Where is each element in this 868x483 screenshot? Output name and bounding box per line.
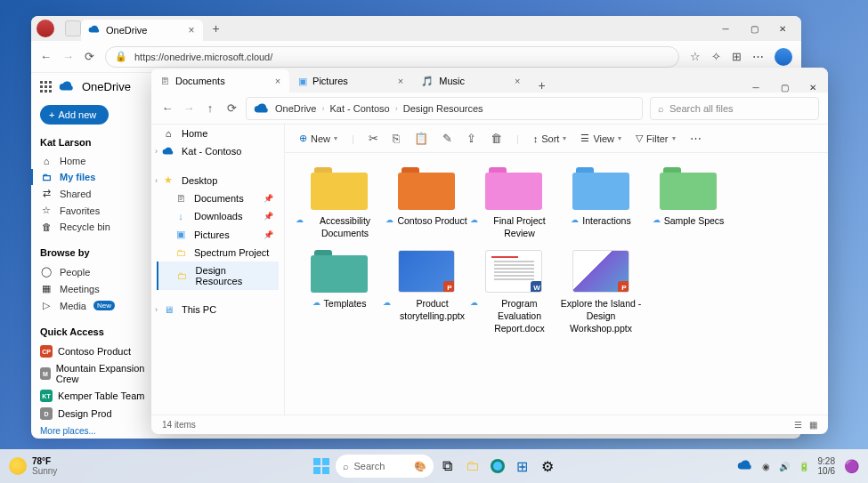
sidebar-item-media[interactable]: ▷MediaNew: [40, 297, 151, 314]
start-button[interactable]: [311, 455, 332, 477]
folder-item[interactable]: ☁Final Project Review: [470, 167, 557, 239]
tab-close-icon[interactable]: ×: [275, 76, 280, 86]
icons-view-icon[interactable]: ▦: [809, 420, 817, 430]
breadcrumb-segment[interactable]: Design Resources: [403, 103, 483, 114]
share-icon[interactable]: ⇪: [466, 132, 476, 145]
pin-icon[interactable]: 📌: [264, 212, 273, 221]
folder-item[interactable]: ☁Sample Specs: [645, 167, 732, 239]
store-taskbar-icon[interactable]: ⊞: [512, 455, 533, 477]
nav-item-home[interactable]: ⌂Home: [157, 125, 279, 142]
details-view-icon[interactable]: ☰: [794, 420, 802, 430]
filter-button[interactable]: ▽Filter▾: [636, 133, 675, 144]
explorer-tab[interactable]: ▣Pictures×: [289, 69, 412, 93]
tab-close-icon[interactable]: ×: [398, 76, 403, 86]
quick-access-item[interactable]: DDesign Prod: [40, 405, 151, 423]
sidebar-item-meetings[interactable]: ▦Meetings: [40, 280, 151, 297]
nav-item-this-pc[interactable]: ›🖥This PC: [157, 301, 279, 318]
forward-button[interactable]: →: [62, 50, 74, 63]
quick-access-item[interactable]: MMountain Expansion Crew: [40, 360, 151, 387]
clock[interactable]: 9:28 10/6: [818, 456, 835, 476]
browser-account-avatar[interactable]: [775, 48, 792, 66]
sidebar-item-home[interactable]: ⌂Home: [40, 153, 151, 169]
explorer-tab[interactable]: 🖹Documents×: [151, 69, 289, 93]
favorites-icon[interactable]: ☆: [690, 50, 701, 63]
browser-profile-avatar[interactable]: [37, 20, 54, 37]
breadcrumb[interactable]: OneDrive› Kat - Contoso› Design Resource…: [246, 97, 643, 120]
rename-icon[interactable]: ✎: [442, 132, 452, 145]
pin-icon[interactable]: 📌: [264, 230, 273, 239]
file-item[interactable]: PExplore the Island - Design Workshop.pp…: [557, 250, 645, 334]
quick-access-item[interactable]: CPContoso Product: [40, 342, 151, 360]
chevron-right-icon[interactable]: ›: [155, 305, 158, 314]
nav-item-spectrum[interactable]: 🗀Spectrum Project: [157, 244, 279, 262]
onedrive-tray-icon[interactable]: [737, 460, 753, 472]
taskbar-search[interactable]: ⌕Search🎨: [336, 455, 434, 478]
sort-button[interactable]: ↕Sort▾: [533, 133, 567, 144]
folder-item[interactable]: ☁Templates: [296, 250, 383, 334]
explorer-content[interactable]: ☁Accessibility Documents☁Contoso Product…: [285, 153, 828, 415]
file-item[interactable]: P☁Product storytelling.pptx: [383, 250, 470, 334]
copilot-icon[interactable]: 🟣: [844, 459, 859, 473]
chevron-right-icon[interactable]: ›: [155, 176, 158, 185]
explorer-tab[interactable]: 🎵Music×: [412, 69, 529, 93]
app-launcher-icon[interactable]: [40, 81, 52, 93]
more-icon[interactable]: ⋯: [752, 50, 764, 63]
paste-icon[interactable]: 📋: [414, 132, 428, 145]
refresh-button[interactable]: ⟳: [85, 50, 94, 63]
folder-item[interactable]: ☁Contoso Product: [383, 167, 470, 239]
folder-item[interactable]: ☁Accessibility Documents: [296, 167, 383, 239]
nav-item-documents[interactable]: 🖹Documents📌: [157, 189, 279, 207]
back-button[interactable]: ←: [160, 101, 174, 115]
view-button[interactable]: ☰View▾: [580, 133, 621, 144]
sidebar-item-recycle[interactable]: 🗑Recycle bin: [40, 219, 151, 235]
copy-icon[interactable]: ⎘: [393, 132, 400, 145]
tab-close-icon[interactable]: ×: [188, 24, 194, 36]
minimize-button[interactable]: ─: [718, 24, 734, 34]
nav-item-design-resources[interactable]: 🗀Design Resources: [157, 262, 279, 290]
nav-item-pictures[interactable]: ▣Pictures📌: [157, 225, 279, 244]
more-places-link[interactable]: More places...: [40, 426, 151, 436]
weather-widget[interactable]: 78°F Sunny: [9, 456, 57, 476]
collections-icon[interactable]: ✧: [711, 50, 721, 63]
chevron-right-icon[interactable]: ›: [155, 147, 158, 156]
forward-button[interactable]: →: [182, 101, 196, 115]
settings-taskbar-icon[interactable]: ⚙: [537, 455, 558, 477]
extensions-icon[interactable]: ⊞: [732, 50, 742, 63]
sidebar-item-my-files[interactable]: 🗀My files: [31, 169, 151, 185]
refresh-button[interactable]: ⟳: [224, 101, 239, 115]
explorer-search-input[interactable]: ⌕ Search all files: [650, 97, 819, 120]
folder-item[interactable]: ☁Interactions: [557, 167, 645, 239]
maximize-button[interactable]: ▢: [746, 24, 762, 34]
sidebar-item-people[interactable]: ◯People: [40, 263, 151, 280]
back-button[interactable]: ←: [40, 50, 52, 63]
pin-icon[interactable]: 📌: [264, 194, 273, 203]
sidebar-item-shared[interactable]: ⇄Shared: [40, 185, 151, 202]
browser-new-tab-button[interactable]: +: [212, 21, 219, 36]
breadcrumb-segment[interactable]: Kat - Contoso: [329, 103, 389, 114]
close-button[interactable]: ✕: [805, 83, 821, 93]
explorer-taskbar-icon[interactable]: 🗀: [462, 455, 483, 477]
battery-icon[interactable]: 🔋: [799, 462, 809, 471]
browser-tab-onedrive[interactable]: OneDrive ×: [81, 20, 203, 41]
cut-icon[interactable]: ✂: [369, 132, 378, 145]
wifi-icon[interactable]: ◉: [762, 462, 770, 471]
close-button[interactable]: ✕: [775, 24, 791, 34]
breadcrumb-segment[interactable]: OneDrive: [275, 103, 316, 114]
edge-taskbar-icon[interactable]: [487, 455, 508, 477]
tab-close-icon[interactable]: ×: [515, 76, 520, 86]
nav-item-desktop[interactable]: ›★Desktop: [157, 171, 279, 189]
file-item[interactable]: W☁Program Evaluation Report.docx: [470, 250, 557, 334]
quick-access-item[interactable]: KTKemper Table Team: [40, 387, 151, 405]
nav-item-kat[interactable]: ›Kat - Contoso: [157, 142, 279, 160]
volume-icon[interactable]: 🔊: [779, 462, 790, 471]
add-new-button[interactable]: +Add new: [40, 105, 109, 125]
explorer-new-tab-button[interactable]: +: [529, 78, 554, 93]
maximize-button[interactable]: ▢: [776, 83, 792, 93]
task-view-icon[interactable]: ⧉: [437, 455, 458, 477]
minimize-button[interactable]: ─: [748, 83, 764, 93]
up-button[interactable]: ↑: [203, 101, 217, 115]
nav-item-downloads[interactable]: ↓Downloads📌: [157, 207, 279, 225]
more-icon[interactable]: ⋯: [690, 132, 702, 145]
new-button[interactable]: ⊕New▾: [299, 133, 337, 144]
delete-icon[interactable]: 🗑: [491, 132, 502, 145]
